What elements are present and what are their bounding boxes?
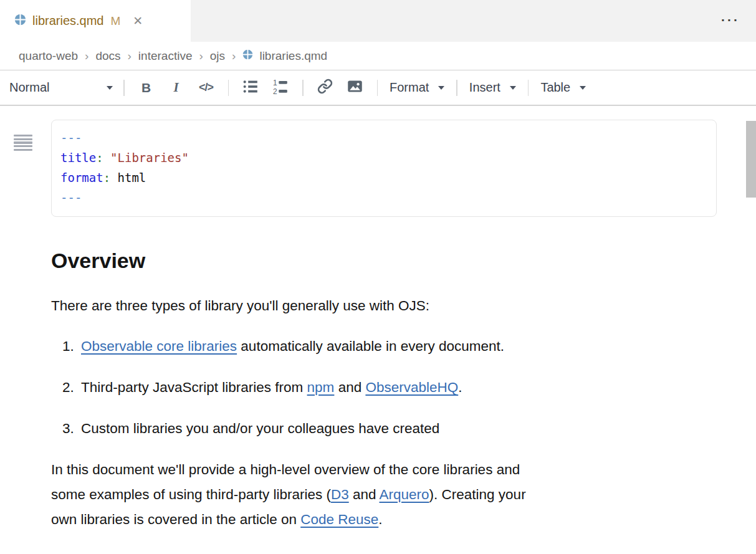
list-item: 2.Third-party JavaScript libraries from … — [62, 377, 756, 398]
toolbar-divider — [228, 80, 229, 96]
yaml-key: format — [60, 171, 103, 184]
close-icon[interactable]: ✕ — [133, 15, 143, 27]
code-icon: </> — [199, 81, 213, 94]
svg-text:2: 2 — [273, 87, 277, 94]
list-number: 2. — [62, 377, 81, 398]
paragraph-text: some examples of using third-party libra… — [51, 487, 331, 502]
yaml-value: html — [110, 171, 146, 184]
editor-toolbar: Normal B I </> 1 2 — [0, 70, 756, 106]
quarto-file-icon — [242, 49, 253, 62]
yaml-key: title — [60, 151, 96, 165]
document-heading: Overview — [51, 248, 756, 273]
yaml-line: --- — [60, 188, 706, 208]
yaml-colon: : — [103, 171, 110, 184]
list-item-text: . — [458, 380, 462, 395]
breadcrumb-separator: › — [128, 49, 132, 63]
link-npm[interactable]: npm — [307, 380, 335, 395]
tab-bar: libraries.qmd M ✕ ··· — [0, 0, 756, 42]
yaml-delimiter: --- — [60, 131, 82, 145]
format-menu-label: Format — [390, 80, 429, 95]
modified-badge: M — [110, 14, 120, 28]
breadcrumb-separator: › — [85, 49, 89, 63]
chevron-down-icon — [107, 86, 113, 90]
paragraph-line: some examples of using third-party libra… — [51, 482, 756, 507]
link-code-reuse[interactable]: Code Reuse — [300, 512, 378, 527]
link-arquero[interactable]: Arquero — [380, 487, 429, 502]
vertical-scrollbar[interactable] — [746, 121, 756, 198]
insert-menu-label: Insert — [469, 80, 500, 95]
chevron-down-icon — [438, 86, 444, 90]
list-number: 1. — [62, 336, 81, 356]
breadcrumb-item-file[interactable]: libraries.qmd — [259, 49, 327, 63]
svg-text:1: 1 — [273, 79, 277, 87]
list-item-text: automatically available in every documen… — [237, 338, 504, 354]
italic-button[interactable]: I — [161, 75, 191, 100]
link-d3[interactable]: D3 — [331, 487, 349, 502]
image-icon — [347, 78, 363, 97]
numbered-list: 1.Observable core libraries automaticall… — [62, 336, 756, 439]
breadcrumb-separator: › — [232, 49, 236, 63]
link-observable-core-libraries[interactable]: Observable core libraries — [81, 338, 237, 354]
paragraph-style-value: Normal — [9, 80, 49, 95]
yaml-front-matter-block[interactable]: --- title: "Libraries" format: html --- — [51, 120, 717, 217]
breadcrumb-separator: › — [199, 49, 203, 63]
list-item-text: Custom libraries you and/or your colleag… — [81, 421, 439, 436]
toolbar-divider — [377, 80, 378, 96]
paragraph-text: ). Creating your — [429, 487, 526, 502]
closing-paragraph: In this document we'll provide a high-le… — [51, 457, 756, 532]
yaml-line: format: html — [60, 168, 706, 188]
paragraph-text: . — [378, 512, 382, 527]
bulleted-list-button[interactable] — [236, 75, 266, 100]
tab-filename: libraries.qmd — [32, 14, 103, 28]
paragraph-line: own libraries is covered in the article … — [51, 507, 756, 532]
breadcrumb-item-interactive[interactable]: interactive — [138, 49, 193, 63]
format-menu[interactable]: Format — [385, 80, 449, 95]
bold-button[interactable]: B — [132, 75, 161, 100]
list-item-text: Third-party JavaScript libraries from — [81, 380, 307, 395]
block-drag-handle-icon[interactable] — [14, 135, 32, 151]
paragraph-text: own libraries is covered in the article … — [51, 512, 300, 527]
tab-libraries-qmd[interactable]: libraries.qmd M ✕ — [0, 0, 191, 42]
yaml-line: title: "Libraries" — [60, 148, 706, 168]
paragraph-text: and — [349, 487, 380, 502]
list-item-text: and — [334, 380, 365, 395]
paragraph-style-dropdown[interactable]: Normal — [9, 80, 117, 95]
bold-icon: B — [141, 80, 151, 95]
editor-content[interactable]: --- title: "Libraries" format: html --- … — [0, 120, 756, 554]
intro-paragraph: There are three types of library you'll … — [51, 295, 756, 316]
chevron-down-icon — [510, 86, 516, 90]
toolbar-divider — [528, 80, 529, 96]
yaml-colon: : — [96, 151, 103, 165]
bulleted-list-icon — [242, 79, 259, 97]
insert-menu[interactable]: Insert — [464, 80, 521, 95]
italic-icon: I — [173, 80, 178, 95]
yaml-string-value: "Libraries" — [110, 151, 189, 165]
numbered-list-button[interactable]: 1 2 — [266, 75, 295, 100]
list-number: 3. — [62, 418, 81, 439]
table-menu-label: Table — [540, 80, 570, 95]
toolbar-divider — [456, 80, 457, 96]
yaml-line: --- — [60, 128, 706, 148]
insert-link-button[interactable] — [310, 75, 340, 100]
paragraph-line: In this document we'll provide a high-le… — [51, 457, 756, 482]
quarto-file-icon — [14, 14, 26, 28]
table-menu[interactable]: Table — [535, 80, 591, 95]
link-observablehq[interactable]: ObservableHQ — [365, 380, 458, 395]
breadcrumb-item-ojs[interactable]: ojs — [210, 49, 225, 63]
chevron-down-icon — [580, 86, 586, 90]
yaml-delimiter: --- — [60, 191, 82, 204]
toolbar-divider — [123, 80, 125, 96]
link-icon — [317, 79, 333, 97]
paragraph-text: In this document we'll provide a high-le… — [51, 462, 520, 477]
more-actions-icon[interactable]: ··· — [721, 12, 740, 27]
list-item: 3.Custom libraries you and/or your colle… — [62, 418, 756, 439]
code-button[interactable]: </> — [191, 75, 221, 100]
breadcrumb-item-docs[interactable]: docs — [95, 49, 120, 63]
breadcrumb: quarto-web › docs › interactive › ojs › … — [0, 42, 756, 70]
insert-image-button[interactable] — [340, 75, 370, 100]
breadcrumb-item-quarto-web[interactable]: quarto-web — [19, 49, 78, 63]
numbered-list-icon: 1 2 — [272, 79, 289, 97]
list-item: 1.Observable core libraries automaticall… — [62, 336, 756, 356]
toolbar-divider — [302, 80, 304, 96]
